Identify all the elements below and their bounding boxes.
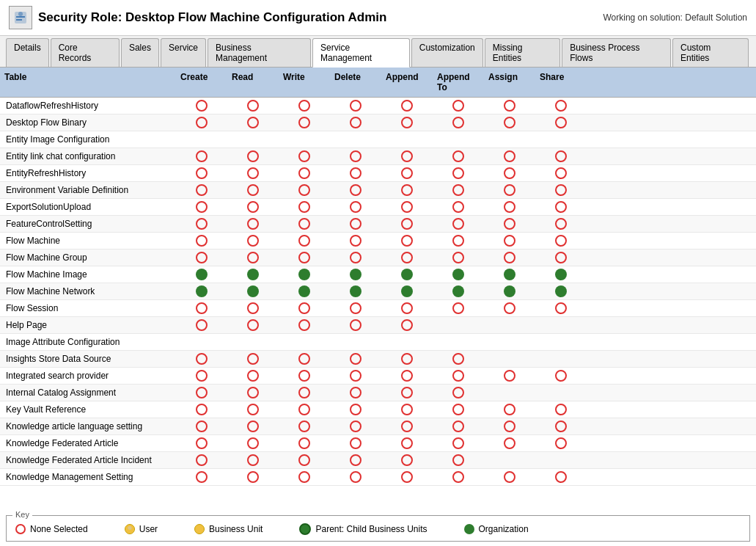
circle-none-icon[interactable] xyxy=(452,167,464,179)
table-cell-create[interactable] xyxy=(176,469,227,485)
table-cell-assign[interactable] xyxy=(484,233,535,249)
table-cell-create[interactable] xyxy=(176,148,227,164)
table-cell-assign[interactable] xyxy=(484,334,535,350)
table-cell-read[interactable] xyxy=(227,317,279,333)
table-cell-delete[interactable] xyxy=(330,283,381,299)
circle-org-icon[interactable] xyxy=(298,269,310,280)
tab-details[interactable]: Details xyxy=(6,38,49,67)
circle-none-icon[interactable] xyxy=(350,353,362,365)
table-cell-delete[interactable] xyxy=(330,300,381,316)
circle-none-icon[interactable] xyxy=(555,100,567,112)
table-cell-delete[interactable] xyxy=(330,469,381,485)
circle-none-icon[interactable] xyxy=(247,471,259,483)
circle-none-icon[interactable] xyxy=(504,421,515,432)
table-cell-append[interactable] xyxy=(381,148,433,164)
circle-none-icon[interactable] xyxy=(298,201,310,213)
table-cell-share[interactable] xyxy=(535,182,587,198)
circle-none-icon[interactable] xyxy=(350,387,362,398)
circle-none-icon[interactable] xyxy=(350,370,362,382)
circle-none-icon[interactable] xyxy=(401,218,413,230)
table-cell-write[interactable] xyxy=(279,418,330,434)
table-cell-share[interactable] xyxy=(535,368,587,384)
table-cell-read[interactable] xyxy=(227,300,279,316)
table-cell-appendto[interactable] xyxy=(433,317,484,333)
table-cell-read[interactable] xyxy=(227,435,279,451)
table-cell-share[interactable] xyxy=(535,148,587,164)
table-cell-delete[interactable] xyxy=(330,131,381,148)
table-cell-delete[interactable] xyxy=(330,98,381,114)
table-cell-append[interactable] xyxy=(381,418,433,434)
table-cell-append[interactable] xyxy=(381,300,433,316)
table-cell-assign[interactable] xyxy=(484,114,535,131)
circle-none-icon[interactable] xyxy=(196,302,208,314)
table-cell-create[interactable] xyxy=(176,216,227,232)
circle-none-icon[interactable] xyxy=(452,100,464,112)
table-cell-create[interactable] xyxy=(176,334,227,350)
circle-none-icon[interactable] xyxy=(298,150,310,162)
circle-org-icon[interactable] xyxy=(350,269,362,280)
table-cell-appendto[interactable] xyxy=(433,114,484,131)
circle-none-icon[interactable] xyxy=(401,421,413,432)
circle-none-icon[interactable] xyxy=(401,100,413,112)
circle-none-icon[interactable] xyxy=(401,454,413,466)
table-cell-write[interactable] xyxy=(279,469,330,485)
table-cell-share[interactable] xyxy=(535,283,587,299)
circle-none-icon[interactable] xyxy=(247,370,259,382)
circle-none-icon[interactable] xyxy=(196,218,208,230)
circle-none-icon[interactable] xyxy=(350,117,362,128)
circle-none-icon[interactable] xyxy=(504,471,515,483)
circle-none-icon[interactable] xyxy=(452,184,464,196)
circle-none-icon[interactable] xyxy=(247,167,259,179)
table-cell-appendto[interactable] xyxy=(433,334,484,350)
circle-org-icon[interactable] xyxy=(298,285,310,297)
circle-none-icon[interactable] xyxy=(196,235,208,247)
circle-none-icon[interactable] xyxy=(196,370,208,382)
table-cell-delete[interactable] xyxy=(330,233,381,249)
table-cell-write[interactable] xyxy=(279,334,330,350)
circle-none-icon[interactable] xyxy=(555,404,567,415)
circle-none-icon[interactable] xyxy=(504,218,515,230)
circle-none-icon[interactable] xyxy=(247,235,259,247)
circle-none-icon[interactable] xyxy=(298,167,310,179)
circle-none-icon[interactable] xyxy=(401,302,413,314)
tab-missing-entities[interactable]: Missing Entities xyxy=(485,38,560,67)
table-cell-assign[interactable] xyxy=(484,368,535,384)
circle-none-icon[interactable] xyxy=(504,235,515,247)
circle-none-icon[interactable] xyxy=(196,252,208,263)
circle-org-icon[interactable] xyxy=(247,285,259,297)
circle-org-icon[interactable] xyxy=(452,269,464,280)
table-cell-delete[interactable] xyxy=(330,452,381,468)
table-cell-appendto[interactable] xyxy=(433,452,484,468)
table-cell-assign[interactable] xyxy=(484,385,535,401)
circle-none-icon[interactable] xyxy=(350,404,362,415)
table-cell-appendto[interactable] xyxy=(433,233,484,249)
table-cell-read[interactable] xyxy=(227,114,279,131)
table-cell-create[interactable] xyxy=(176,351,227,367)
table-cell-read[interactable] xyxy=(227,401,279,418)
table-cell-appendto[interactable] xyxy=(433,199,484,215)
table-cell-write[interactable] xyxy=(279,283,330,299)
table-cell-write[interactable] xyxy=(279,199,330,215)
circle-none-icon[interactable] xyxy=(298,302,310,314)
table-cell-delete[interactable] xyxy=(330,351,381,367)
table-cell-appendto[interactable] xyxy=(433,418,484,434)
table-cell-write[interactable] xyxy=(279,182,330,198)
circle-none-icon[interactable] xyxy=(298,235,310,247)
circle-none-icon[interactable] xyxy=(298,184,310,196)
table-cell-create[interactable] xyxy=(176,114,227,131)
table-cell-assign[interactable] xyxy=(484,435,535,451)
circle-none-icon[interactable] xyxy=(504,117,515,128)
table-cell-assign[interactable] xyxy=(484,98,535,114)
circle-none-icon[interactable] xyxy=(350,471,362,483)
table-cell-assign[interactable] xyxy=(484,351,535,367)
table-cell-delete[interactable] xyxy=(330,266,381,283)
circle-none-icon[interactable] xyxy=(350,319,362,331)
circle-none-icon[interactable] xyxy=(504,370,515,382)
table-cell-read[interactable] xyxy=(227,385,279,401)
circle-none-icon[interactable] xyxy=(555,167,567,179)
table-cell-write[interactable] xyxy=(279,114,330,131)
circle-none-icon[interactable] xyxy=(555,184,567,196)
table-cell-share[interactable] xyxy=(535,266,587,283)
circle-org-icon[interactable] xyxy=(504,269,515,280)
table-cell-delete[interactable] xyxy=(330,317,381,333)
